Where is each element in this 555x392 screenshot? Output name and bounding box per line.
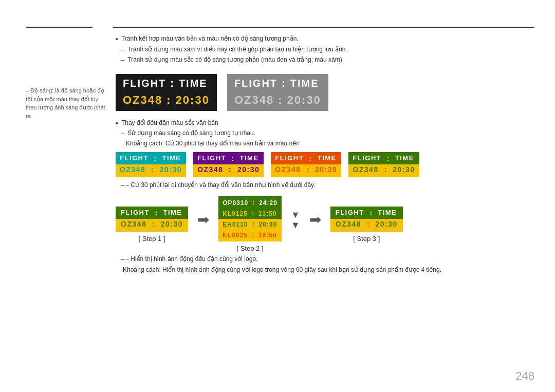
step1-board: FLIGHT ： TIME OZ348 ： 20:30 — [116, 207, 188, 232]
fg-time-label: TIME — [290, 78, 319, 89]
fg-time: 20:30 — [287, 94, 321, 107]
s2-row2: KL0125 ： 13:50 — [218, 208, 282, 219]
s2r3-time: 20:30 — [259, 221, 278, 228]
bullet-item-1: • Tránh kết hợp màu văn bản và màu nền c… — [116, 35, 532, 44]
py-bot: OZ348 ： 20:30 — [193, 164, 264, 177]
bullet-dot-2: • — [116, 119, 118, 128]
s2r1-code: OP0310 — [223, 199, 248, 207]
s1-code: OZ348 — [121, 220, 146, 229]
gy-fl: FLIGHT — [353, 154, 381, 163]
py-time: 20:30 — [237, 165, 260, 175]
s3-code: OZ348 — [336, 220, 361, 229]
dash-item-4: Khoảng cách: Cứ 30 phút lại thay đổi màu… — [116, 140, 532, 147]
flight-board-gray: FLIGHT : TIME OZ348 : 20:30 — [227, 74, 328, 111]
s2-row1: OP0310 ： 24:20 — [218, 196, 282, 208]
s2-row3: EA0110 ： 20:30 — [218, 219, 282, 230]
step3-label: [ Step 3 ] — [353, 235, 380, 242]
dash-sym-2: – — [121, 56, 124, 65]
dash-item-1: – Tránh sử dụng màu xám vì điều này có t… — [116, 46, 532, 54]
page-number: 248 — [515, 369, 534, 383]
board-green-yellow: FLIGHT ： TIME OZ348 ： 20:30 — [348, 152, 419, 177]
dash-item-3: – Sử dụng màu sáng có độ sáng tương tự n… — [116, 129, 532, 138]
cy-col2: ： — [149, 165, 157, 175]
oy-tm: TIME — [318, 154, 337, 163]
fg-label: FLIGHT — [234, 78, 278, 89]
s3-tm: TIME — [378, 209, 397, 218]
oy-bot: OZ348 ： 20:30 — [271, 164, 341, 177]
s1-tm: TIME — [163, 209, 182, 218]
fg-colon: : — [282, 78, 286, 89]
oy-col: ： — [307, 154, 314, 163]
oy-time: 20:30 — [315, 165, 337, 175]
cy-tm: TIME — [162, 154, 181, 163]
s1-col: ： — [153, 209, 160, 218]
py-code: OZ348 — [197, 165, 223, 175]
down-arr-1: ▼ — [291, 210, 300, 219]
py-top: FLIGHT ： TIME — [193, 152, 264, 164]
step3-board: FLIGHT ： TIME OZ348 ： 20:30 — [330, 207, 403, 232]
note-logo2-text: Khoảng cách: Hiển thị hình ảnh động cùng… — [123, 266, 441, 273]
dash-sym-logo1: – — [121, 255, 124, 264]
cy-time: 20:30 — [160, 165, 182, 175]
py-col2: ： — [226, 165, 234, 175]
bullet-text-1: Tránh kết hợp màu văn bản và màu nền có … — [121, 35, 299, 42]
s1-bot: OZ348 ： 20:30 — [116, 219, 188, 232]
arrow-right-1: ➡ — [197, 211, 209, 237]
sidebar: – Độ sáng: là độ sáng hoặc độ tối của mộ… — [26, 86, 105, 120]
board-dark-bottom: OZ348 : 20:30 — [116, 91, 217, 111]
note-move-item: – – Cứ 30 phút lại di chuyển và thay đổi… — [116, 181, 532, 190]
note-logo2: Khoảng cách: Hiển thị hình ảnh động cùng… — [116, 266, 532, 273]
py-fl: FLIGHT — [197, 154, 226, 163]
s2r2-time: 13:50 — [258, 210, 277, 217]
board-purple-yellow: FLIGHT ： TIME OZ348 ： 20:30 — [193, 152, 264, 177]
gy-bot: OZ348 ： 20:30 — [348, 164, 419, 177]
step2-block: OP0310 ： 24:20 KL0125 ： 13:50 EA0110 ： 2… — [218, 196, 282, 252]
cy-top: FLIGHT ： TIME — [116, 152, 186, 164]
s2r4-col: ： — [250, 231, 256, 239]
step1-label: [ Step 1 ] — [139, 235, 165, 242]
gy-tm: TIME — [395, 154, 414, 163]
dash-item-2: – Tránh sử dụng màu sắc có độ sáng tương… — [116, 56, 532, 65]
gy-col2: ： — [382, 165, 390, 175]
cy-col: ： — [152, 154, 159, 163]
gy-code: OZ348 — [353, 165, 378, 175]
s1-col2: ： — [150, 220, 158, 229]
dash-sym-3: – — [121, 129, 124, 138]
s2r4-code: KL0025 — [223, 232, 248, 239]
py-col: ： — [229, 154, 237, 163]
s2r3-code: EA0110 — [223, 221, 248, 228]
step3-block: FLIGHT ： TIME OZ348 ： 20:30 [ Step 3 ] — [330, 207, 403, 242]
steps-row: FLIGHT ： TIME OZ348 ： 20:30 [ Step 1 ] ➡… — [116, 196, 532, 252]
py-tm: TIME — [240, 154, 259, 163]
top-line — [113, 27, 534, 28]
ft-time: 20:30 — [176, 94, 210, 107]
oy-code: OZ348 — [275, 165, 301, 175]
board-dark-top: FLIGHT : TIME — [116, 74, 217, 91]
bullet-text-2: Thay đổi đều đặn màu sắc văn bản — [121, 119, 218, 126]
step2-label: [ Step 2 ] — [236, 245, 263, 252]
fg-code: OZ348 — [234, 94, 274, 107]
s1-fl: FLIGHT — [121, 209, 150, 218]
s2r1-time: 24:20 — [259, 199, 278, 207]
board-gray-bottom: OZ348 : 20:30 — [227, 91, 328, 111]
gy-top: FLIGHT ： TIME — [348, 152, 419, 164]
step1-block: FLIGHT ： TIME OZ348 ： 20:30 [ Step 1 ] — [116, 207, 188, 242]
dash-text-3: Sử dụng màu sáng có độ sáng tương tự nha… — [127, 129, 255, 137]
s2r3-col: ： — [250, 220, 257, 229]
dash-sym-move: – — [121, 181, 124, 190]
ft-label: FLIGHT — [123, 78, 166, 89]
fg-colon2: : — [278, 94, 283, 107]
s2r1-col: ： — [250, 198, 257, 207]
s1-top: FLIGHT ： TIME — [116, 207, 188, 219]
s3-bot: OZ348 ： 20:30 — [330, 219, 403, 232]
dash-text-2: Tránh sử dụng màu sắc có độ sáng tương p… — [127, 56, 344, 63]
flight-board-dark: FLIGHT : TIME OZ348 : 20:30 — [116, 74, 217, 111]
oy-fl: FLIGHT — [275, 154, 304, 163]
cy-bot: OZ348 ： 20:30 — [116, 164, 186, 177]
oy-col2: ： — [304, 165, 312, 175]
ft-colon: : — [170, 78, 175, 89]
down-arr-2: ▼ — [291, 220, 300, 230]
oy-top: FLIGHT ： TIME — [271, 152, 341, 164]
bullet-item-2: • Thay đổi đều đặn màu sắc văn bản — [116, 119, 532, 128]
s3-time: 20:30 — [376, 220, 398, 229]
